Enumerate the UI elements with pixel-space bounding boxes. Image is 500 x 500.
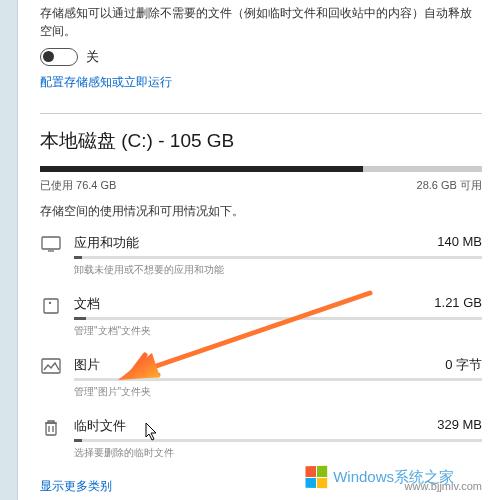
category-temp-files[interactable]: 临时文件329 MB 选择要删除的临时文件 [40, 417, 482, 460]
category-name: 图片 [74, 356, 100, 374]
category-bar [74, 317, 482, 320]
category-bar [74, 256, 482, 259]
category-sub: 卸载未使用或不想要的应用和功能 [74, 263, 482, 277]
disk-title: 本地磁盘 (C:) - 105 GB [40, 128, 482, 154]
document-icon [40, 295, 62, 338]
disk-used-label: 已使用 76.4 GB [40, 178, 116, 193]
category-size: 1.21 GB [434, 295, 482, 313]
disk-usage-labels: 已使用 76.4 GB 28.6 GB 可用 [40, 178, 482, 193]
svg-rect-5 [46, 423, 56, 435]
apps-icon [40, 234, 62, 277]
svg-rect-2 [44, 299, 58, 313]
category-sub: 管理"文档"文件夹 [74, 324, 482, 338]
trash-icon [40, 417, 62, 460]
svg-rect-0 [42, 237, 60, 249]
category-name: 临时文件 [74, 417, 126, 435]
watermark-url: www.bjjmlv.com [405, 480, 482, 492]
watermark: Windows系统之家 www.bjjmlv.com [305, 466, 454, 488]
category-size: 0 字节 [445, 356, 482, 374]
category-apps[interactable]: 应用和功能140 MB 卸载未使用或不想要的应用和功能 [40, 234, 482, 277]
disk-usage-bar [40, 166, 482, 172]
category-bar [74, 378, 482, 381]
windows-logo-icon [306, 466, 328, 489]
storage-sense-toggle[interactable] [40, 48, 78, 66]
configure-storage-sense-link[interactable]: 配置存储感知或立即运行 [40, 74, 482, 91]
storage-sense-toggle-row: 关 [40, 48, 482, 66]
category-bar [74, 439, 482, 442]
category-size: 140 MB [437, 234, 482, 252]
usage-desc: 存储空间的使用情况和可用情况如下。 [40, 203, 482, 220]
category-size: 329 MB [437, 417, 482, 435]
disk-usage-used [40, 166, 363, 172]
category-sub: 选择要删除的临时文件 [74, 446, 482, 460]
svg-point-3 [50, 303, 51, 304]
settings-panel: 存储感知可以通过删除不需要的文件（例如临时文件和回收站中的内容）自动释放空间。 … [18, 0, 500, 500]
category-pictures[interactable]: 图片0 字节 管理"图片"文件夹 [40, 356, 482, 399]
window-left-edge [0, 0, 18, 500]
storage-sense-desc: 存储感知可以通过删除不需要的文件（例如临时文件和回收站中的内容）自动释放空间。 [40, 4, 482, 40]
disk-free-label: 28.6 GB 可用 [417, 178, 482, 193]
category-name: 文档 [74, 295, 100, 313]
category-sub: 管理"图片"文件夹 [74, 385, 482, 399]
category-documents[interactable]: 文档1.21 GB 管理"文档"文件夹 [40, 295, 482, 338]
category-name: 应用和功能 [74, 234, 139, 252]
divider [40, 113, 482, 114]
image-icon [40, 356, 62, 399]
storage-sense-toggle-label: 关 [86, 48, 99, 66]
